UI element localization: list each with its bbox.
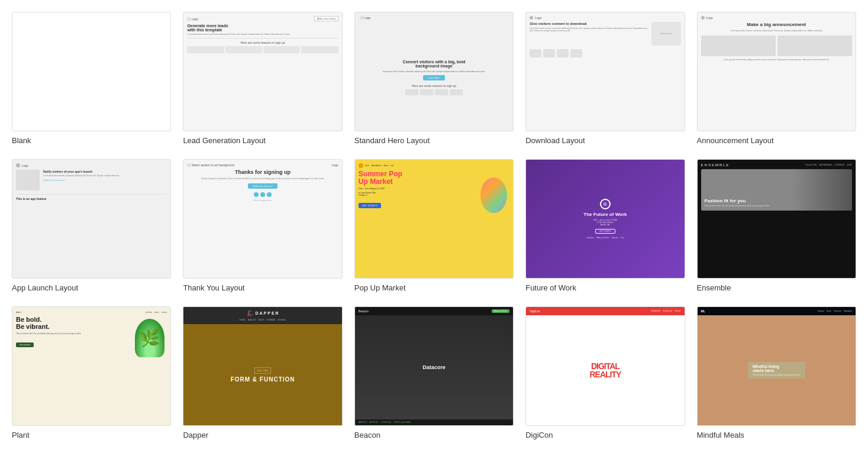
template-label-ensemble: Ensemble: [697, 283, 856, 292]
template-item-announce: Logo Make a big announcement Lorem ipsum…: [697, 12, 856, 145]
template-label-beacon: Beacon: [354, 431, 514, 439]
template-thumb-blank[interactable]: [12, 12, 171, 131]
template-label-plant: Plant: [12, 431, 171, 439]
template-label-announce: Announcement Layout: [697, 136, 856, 145]
template-item-ensemble: ENSEMBLE COLLECTIONNEW ARRIVALSLOOKBOOKS…: [697, 159, 856, 292]
template-label-download: Download Layout: [525, 136, 685, 145]
template-thumb-future[interactable]: ⚙ The Future of Work 10am – 2pm on June …: [525, 159, 685, 279]
template-label-digicon: DigiCon: [525, 431, 685, 439]
template-label-hero: Standard Hero Layout: [354, 136, 514, 145]
template-item-plant: plant productsaboutcontact Be bold.Be vi…: [12, 306, 171, 439]
template-thumb-announce[interactable]: Logo Make a big announcement Lorem ipsum…: [697, 12, 856, 131]
template-label-thankyou: Thank You Layout: [183, 283, 342, 292]
template-thumb-dapper[interactable]: 🎩 DAPPER SHOESWALLETSBELTSEYEWEARSHOP AL…: [183, 306, 342, 426]
template-item-hero: ⬜ Logo Convert visitors with a big, bold…: [354, 12, 514, 145]
template-item-mindful: ML Recipes Detox Television Meditation M…: [697, 306, 856, 439]
template-label-app: App Launch Layout: [12, 283, 171, 292]
template-item-download: Logo Give visitors content to download L…: [525, 12, 685, 145]
template-label-blank: Blank: [12, 136, 171, 145]
template-item-blank: Blank: [12, 12, 171, 145]
template-thumb-plant[interactable]: plant productsaboutcontact Be bold.Be vi…: [12, 306, 171, 426]
template-item-beacon: Beacon Request a Demo Datacore MARKETS A…: [354, 306, 514, 439]
template-thumb-beacon[interactable]: Beacon Request a Demo Datacore MARKETS A…: [354, 306, 514, 426]
template-thumb-download[interactable]: Logo Give visitors content to download L…: [525, 12, 685, 131]
template-thumb-app[interactable]: Logo Notify visitors of your app's launc…: [12, 159, 171, 279]
template-label-popup: Pop Up Market: [354, 283, 514, 292]
template-label-mindful: Mindful Meals: [697, 431, 856, 439]
template-item-dapper: 🎩 DAPPER SHOESWALLETSBELTSEYEWEARSHOP AL…: [183, 306, 342, 439]
template-thumb-lead[interactable]: ⬜ Logo [Add a form here] Generate more l…: [183, 12, 342, 131]
template-item-popup: FeedArtist MarketMusicInfo Summer PopUp …: [354, 159, 514, 292]
template-label-dapper: Dapper: [183, 431, 342, 439]
template-thumb-thankyou[interactable]: ⬜ Select section to set background Logo …: [183, 159, 342, 279]
template-thumb-digicon[interactable]: DigiCos SPEAKERS SCHEDULE VENUE DIGITALR…: [525, 306, 685, 426]
template-label-lead: Lead Generation Layout: [183, 136, 342, 145]
template-label-future: Future of Work: [525, 283, 685, 292]
template-item-app: Logo Notify visitors of your app's launc…: [12, 159, 171, 292]
template-grid: Blank ⬜ Logo [Add a form here] Generate …: [12, 12, 856, 439]
template-thumb-hero[interactable]: ⬜ Logo Convert visitors with a big, bold…: [354, 12, 514, 131]
template-thumb-ensemble[interactable]: ENSEMBLE COLLECTIONNEW ARRIVALSLOOKBOOKS…: [697, 159, 856, 279]
template-item-future: ⚙ The Future of Work 10am – 2pm on June …: [525, 159, 685, 292]
template-item-lead: ⬜ Logo [Add a form here] Generate more l…: [183, 12, 342, 145]
template-item-digicon: DigiCos SPEAKERS SCHEDULE VENUE DIGITALR…: [525, 306, 685, 439]
template-thumb-popup[interactable]: FeedArtist MarketMusicInfo Summer PopUp …: [354, 159, 514, 279]
template-thumb-mindful[interactable]: ML Recipes Detox Television Meditation M…: [697, 306, 856, 426]
template-item-thankyou: ⬜ Select section to set background Logo …: [183, 159, 342, 292]
